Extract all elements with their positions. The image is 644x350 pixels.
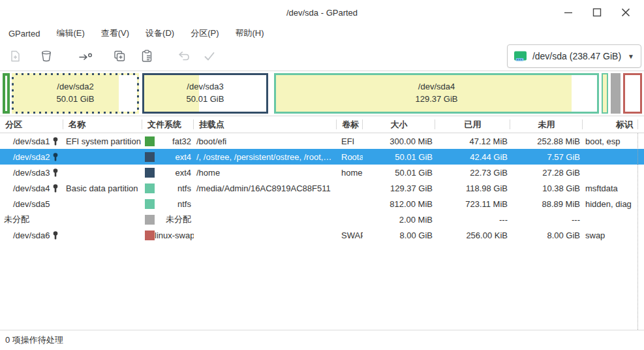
table-row-devsda1[interactable]: /dev/sda1EFI system partitionfat32/boot/… [0,133,644,149]
cell-partition: 未分配 [0,212,63,227]
table-row-devsda5[interactable]: /dev/sda5ntfs812.00 MiB723.11 MiB88.89 M… [0,196,644,212]
cell-mountpoint: /media/Admin/16AC8919AC88F511 [194,180,337,196]
hdd-icon [514,51,527,62]
partition-segment-devsda5[interactable] [602,73,608,114]
cell-filesystem: ext4 [142,165,194,180]
table-row-unallocated[interactable]: 未分配未分配2.00 MiB------ [0,212,644,227]
partition-segment-devsda3[interactable]: /dev/sda350.01 GiB [142,73,268,114]
toolbar: /dev/sda (238.47 GiB) ▼ [0,42,644,71]
cell-unused: 88.89 MiB [510,196,583,212]
paste-button[interactable] [137,46,157,67]
new-partition-icon [8,49,22,63]
menu-item-gparted[interactable]: GParted [3,27,46,40]
table-body: /dev/sda1EFI system partitionfat32/boot/… [0,133,644,243]
column-header-size[interactable]: 大小 [363,116,435,133]
cell-size: 50.01 GiB [363,165,435,180]
cell-unused: 252.88 MiB [510,133,583,149]
cell-flags: boot, esp [583,133,638,149]
delete-button[interactable] [37,46,56,67]
keylock-icon [53,137,58,146]
cell-used: 723.11 MiB [435,196,510,212]
copy-button[interactable] [110,46,129,67]
keylock-icon [53,153,58,161]
partition-path: /dev/sda5 [13,199,50,209]
column-header-filesystem[interactable]: 文件系统 [142,116,194,133]
column-header-label[interactable]: 卷标 [337,116,363,133]
close-button[interactable] [611,0,640,25]
cell-flags [583,165,638,180]
cell-mountpoint [194,227,337,243]
minimize-icon [563,7,574,18]
menu-item-partition[interactable]: 分区(P) [185,25,224,41]
device-selector[interactable]: /dev/sda (238.47 GiB) ▼ [507,44,641,68]
table-header: 分区名称文件系统挂载点卷标大小已用未用标识 [0,116,644,133]
column-header-partition[interactable]: 分区 [0,116,63,133]
device-selector-label: /dev/sda (238.47 GiB) [532,51,621,61]
titlebar: /dev/sda - GParted [0,0,644,25]
table-row-devsda4[interactable]: /dev/sda4Basic data partitionntfs/media/… [0,180,644,196]
cell-flags [583,212,638,227]
delete-icon [39,49,54,63]
partition-path: /dev/sda1 [13,136,50,146]
menu-item-edit[interactable]: 编辑(E) [50,25,90,41]
cell-filesystem: ext4 [142,149,194,165]
window-controls [554,0,640,25]
column-header-name[interactable]: 名称 [63,116,142,133]
table-row-devsda2[interactable]: /dev/sda2ext4/, /ostree, /persistent/ost… [0,149,644,165]
cell-label [337,180,363,196]
filesystem-color-swatch [145,215,155,225]
partition-segment-unallocated[interactable] [611,73,621,114]
column-header-mountpoint[interactable]: 挂载点 [194,116,337,133]
partition-visual-panel: /dev/sda250.01 GiB/dev/sda350.01 GiB/dev… [0,71,644,116]
copy-icon [112,49,127,63]
partition-segment-devsda2[interactable]: /dev/sda250.01 GiB [12,73,139,114]
cell-size: 50.01 GiB [363,149,435,165]
cell-unused: 10.38 GiB [510,180,583,196]
new-partition-button[interactable] [5,46,25,67]
minimize-button[interactable] [554,0,583,25]
cell-name [63,149,142,165]
menu-item-view[interactable]: 查看(V) [95,25,135,41]
segment-label: /dev/sda350.01 GiB [144,75,266,112]
cell-label: home [337,165,363,180]
undo-button[interactable] [174,46,193,67]
cell-mountpoint: /boot/efi [194,133,337,149]
maximize-button[interactable] [583,0,611,25]
cell-flags [583,149,638,165]
cell-unused: 8.00 GiB [510,227,583,243]
cell-used: 22.73 GiB [435,165,510,180]
filesystem-color-swatch [145,168,155,178]
segment-label: /dev/sda250.01 GiB [14,75,137,112]
maximize-icon [592,7,602,18]
partition-segment-devsda1[interactable] [3,73,10,114]
cell-unused: 27.28 GiB [510,165,583,180]
cell-partition: /dev/sda6 [0,227,63,243]
filesystem-color-swatch [145,231,155,240]
table-row-devsda3[interactable]: /dev/sda3ext4/homehome50.01 GiB22.73 GiB… [0,165,644,180]
cell-name [63,227,142,243]
column-header-unused[interactable]: 未用 [510,116,583,133]
menu-item-device[interactable]: 设备(D) [140,25,180,41]
menu-item-help[interactable]: 帮助(H) [230,25,270,41]
cell-label [337,212,363,227]
cell-label: SWAP [337,227,363,243]
cell-size: 129.37 GiB [363,180,435,196]
resize-move-button[interactable] [76,46,95,67]
table-row-devsda6[interactable]: /dev/sda6linux-swapSWAP8.00 GiB256.00 Ki… [0,227,644,243]
cell-name [63,196,142,212]
cell-partition: /dev/sda1 [0,133,63,149]
partition-path: /dev/sda6 [13,231,50,240]
column-header-flags[interactable]: 标识 [583,116,638,133]
cell-mountpoint: /home [194,165,337,180]
partition-segment-devsda6[interactable] [623,73,642,114]
column-header-used[interactable]: 已用 [435,116,510,133]
apply-button[interactable] [200,46,219,67]
cell-flags: swap [583,227,638,243]
cell-mountpoint [194,196,337,212]
partition-segment-devsda4[interactable]: /dev/sda4129.37 GiB [274,73,599,114]
cell-flags: hidden, diag [583,196,638,212]
statusbar: 0 项操作待处理 [0,330,644,350]
resize-move-icon [78,49,93,63]
segment-label: /dev/sda4129.37 GiB [276,75,597,112]
pending-operations-text: 0 项操作待处理 [5,334,63,346]
